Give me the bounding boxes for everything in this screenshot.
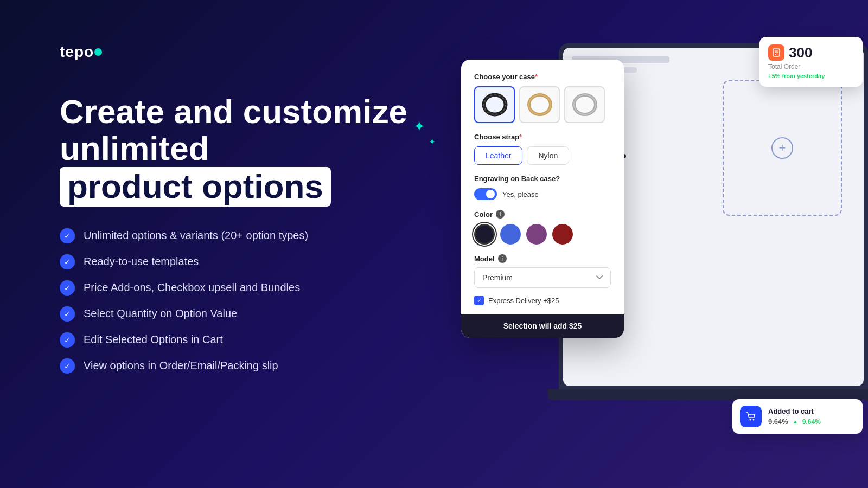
required-star: * xyxy=(519,133,522,141)
features-list: ✓ Unlimited options & variants (20+ opti… xyxy=(60,228,429,374)
cart-percent-value: 9.64% xyxy=(768,418,788,426)
case-options xyxy=(474,86,611,123)
order-icon xyxy=(768,44,784,61)
express-delivery-row: ✓ Express Delivery +$25 xyxy=(474,296,611,305)
list-item: ✓ Select Quantity on Option Value xyxy=(60,306,429,322)
card-footer: Selection will add $25 xyxy=(461,314,624,338)
product-options-card: Choose your case* xyxy=(461,60,624,338)
right-section: + Choose your case* xyxy=(434,0,868,488)
color-swatch-red[interactable] xyxy=(552,224,573,245)
plus-icon[interactable]: + xyxy=(771,137,793,159)
choose-case-label: Choose your case* xyxy=(474,73,611,81)
logo-dot xyxy=(94,48,102,56)
feature-text: Price Add-ons, Checkbox upsell and Bundl… xyxy=(84,281,300,294)
color-swatch-blue[interactable] xyxy=(500,224,521,245)
strap-nylon-button[interactable]: Nylon xyxy=(527,146,569,165)
check-icon: ✓ xyxy=(60,254,75,269)
total-label: Total Order xyxy=(768,63,854,70)
check-icon: ✓ xyxy=(60,306,75,322)
headline: Create and customize unlimited product o… xyxy=(60,93,429,207)
model-header: Model i xyxy=(474,254,611,263)
label-text: Choose strap xyxy=(474,133,519,141)
logo: tepo xyxy=(60,43,429,61)
cart-text: Added to cart 9.64% ▲ 9.64% xyxy=(768,407,821,426)
ring-image-silver xyxy=(570,92,600,118)
total-card-header: 300 xyxy=(768,44,854,61)
color-header: Color i xyxy=(474,210,611,219)
case-option-gold[interactable] xyxy=(519,86,560,123)
sparkle-decoration: ✦ xyxy=(413,118,425,135)
up-arrow-icon: ▲ xyxy=(793,419,798,425)
svg-point-11 xyxy=(750,419,751,421)
toggle-thumb xyxy=(486,190,495,198)
color-label: Color xyxy=(474,210,493,219)
required-star: * xyxy=(535,73,538,81)
cart-notification-title: Added to cart xyxy=(768,407,821,415)
ring-image-gold xyxy=(525,92,555,118)
list-item: ✓ Ready-to-use templates xyxy=(60,254,429,269)
left-section: tepo Create and customize unlimited prod… xyxy=(60,43,429,384)
headline-highlight: product options xyxy=(60,167,331,206)
strap-options: Leather Nylon xyxy=(474,146,611,165)
cart-notification: Added to cart 9.64% ▲ 9.64% xyxy=(732,399,863,434)
strap-leather-button[interactable]: Leather xyxy=(474,146,522,165)
express-delivery-checkbox[interactable]: ✓ xyxy=(474,296,484,305)
model-select[interactable]: Premium Standard Lite xyxy=(474,267,611,288)
cart-percent-row: 9.64% ▲ 9.64% xyxy=(768,418,821,426)
headline-line1: Create and customize xyxy=(60,93,429,130)
check-icon: ✓ xyxy=(60,228,75,243)
feature-text: Ready-to-use templates xyxy=(84,255,199,268)
headline-prefix: unlimited xyxy=(60,130,209,167)
case-option-black[interactable] xyxy=(474,86,515,123)
engraving-toggle[interactable] xyxy=(474,188,497,200)
color-swatch-purple[interactable] xyxy=(526,224,547,245)
list-item: ✓ Price Add-ons, Checkbox upsell and Bun… xyxy=(60,280,429,296)
color-swatch-black[interactable] xyxy=(474,224,495,245)
dashed-add-box[interactable]: + xyxy=(723,80,842,216)
list-item: ✓ Edit Selected Options in Cart xyxy=(60,332,429,348)
engraving-label: Engraving on Back case? xyxy=(474,175,611,183)
total-growth: +5% from yesterday xyxy=(768,73,854,79)
svg-point-4 xyxy=(529,95,551,114)
engraving-row: Yes, please xyxy=(474,188,611,200)
feature-text: Unlimited options & variants (20+ option… xyxy=(84,229,308,242)
total-count: 300 xyxy=(789,46,812,60)
svg-point-6 xyxy=(574,95,596,114)
svg-point-12 xyxy=(753,419,755,421)
express-delivery-label: Express Delivery +$25 xyxy=(488,297,559,305)
choose-strap-label: Choose strap* xyxy=(474,133,611,141)
logo-text: tepo xyxy=(60,43,94,60)
model-label: Model xyxy=(474,255,495,263)
case-option-silver[interactable] xyxy=(564,86,605,123)
laptop-base xyxy=(548,389,868,400)
list-item: ✓ Unlimited options & variants (20+ opti… xyxy=(60,228,429,243)
color-options xyxy=(474,224,611,245)
ring-image-black xyxy=(480,92,510,118)
headline-line2: unlimited product options xyxy=(60,130,429,206)
check-icon: ✓ xyxy=(60,280,75,296)
feature-text: Edit Selected Options in Cart xyxy=(84,333,223,346)
engraving-toggle-label: Yes, please xyxy=(502,190,539,198)
model-info-icon[interactable]: i xyxy=(498,254,507,263)
feature-text: View options in Order/Email/Packing slip xyxy=(84,359,278,372)
check-icon: ✓ xyxy=(60,332,75,348)
color-info-icon[interactable]: i xyxy=(496,210,505,219)
total-order-card: 300 Total Order +5% from yesterday xyxy=(760,37,863,87)
list-item: ✓ View options in Order/Email/Packing sl… xyxy=(60,358,429,374)
feature-text: Select Quantity on Option Value xyxy=(84,307,237,320)
receipt-icon xyxy=(772,48,781,57)
shopping-cart-icon xyxy=(745,411,756,422)
check-icon: ✓ xyxy=(60,358,75,374)
cart-icon xyxy=(740,406,762,427)
label-text: Choose your case xyxy=(474,73,535,81)
cart-percent-up: 9.64% xyxy=(802,418,821,426)
